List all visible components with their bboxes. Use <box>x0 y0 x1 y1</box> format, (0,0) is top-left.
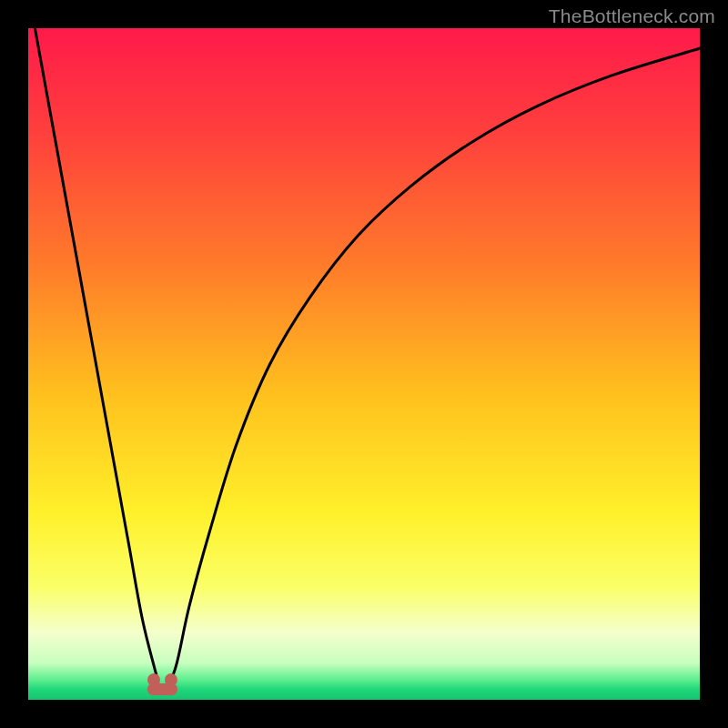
plot-area <box>28 28 700 700</box>
bottleneck-curve <box>28 28 700 700</box>
chart-frame: TheBottleneck.com <box>0 0 728 728</box>
watermark-text: TheBottleneck.com <box>549 5 715 27</box>
